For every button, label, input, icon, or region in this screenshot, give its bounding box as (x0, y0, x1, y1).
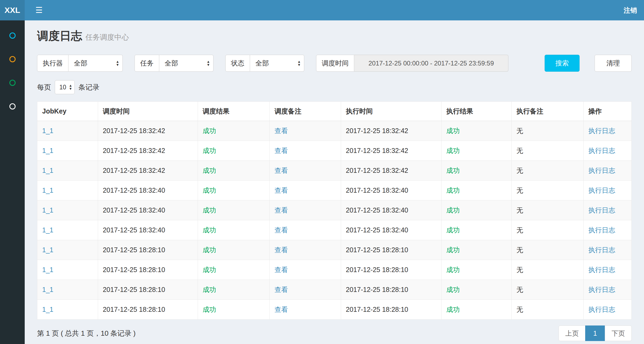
status-select[interactable]: 全部 ▲▼ (250, 55, 304, 72)
sched-remark-link[interactable]: 查看 (274, 167, 288, 174)
executor-select[interactable]: 全部 ▲▼ (68, 55, 123, 72)
exec-log-link[interactable]: 执行日志 (588, 186, 615, 194)
exec-result: 成功 (446, 246, 460, 254)
sched-time: 2017-12-25 18:28:10 (103, 266, 165, 273)
column-header: 调度时间 (98, 102, 198, 121)
executor-select-value: 全部 (74, 59, 87, 68)
sched-remark-link[interactable]: 查看 (274, 266, 288, 273)
jobkey-link[interactable]: 1_1 (42, 147, 53, 154)
logout-link[interactable]: 注销 (624, 6, 637, 15)
exec-result-cell: 成功 (441, 260, 511, 280)
sched-time: 2017-12-25 18:32:40 (103, 206, 165, 214)
jobkey-link[interactable]: 1_1 (42, 226, 53, 234)
sched-remark-link[interactable]: 查看 (274, 206, 288, 214)
jobkey-link[interactable]: 1_1 (42, 306, 53, 313)
page-size-select[interactable]: 10 ▲▼ (55, 80, 75, 94)
circle-icon (9, 32, 16, 39)
search-button[interactable]: 搜索 (545, 55, 580, 72)
table-row: 1_12017-12-25 18:32:40成功查看2017-12-25 18:… (37, 220, 632, 240)
exec-time-cell: 2017-12-25 18:32:40 (341, 181, 441, 200)
sched-result-cell: 成功 (198, 280, 270, 300)
page-subtitle: 任务调度中心 (85, 33, 129, 41)
exec-log-link[interactable]: 执行日志 (588, 127, 615, 134)
content-header: 调度日志任务调度中心 (37, 28, 632, 43)
exec-log-link[interactable]: 执行日志 (588, 286, 615, 293)
sched-remark-link-cell: 查看 (270, 141, 341, 161)
sidebar-item-4[interactable] (0, 94, 25, 118)
exec-remark-cell: 无 (511, 181, 583, 200)
current-page-button[interactable]: 1 (585, 325, 605, 341)
exec-log-link[interactable]: 执行日志 (588, 246, 615, 254)
exec-result-cell: 成功 (441, 240, 511, 260)
log-table-wrap: JobKey调度时间调度结果调度备注执行时间执行结果执行备注操作 1_12017… (37, 101, 632, 320)
clear-button[interactable]: 清理 (595, 55, 632, 72)
sched-time-cell: 2017-12-25 18:28:10 (98, 280, 198, 300)
app-logo[interactable]: XXL (0, 0, 25, 20)
sched-remark-link[interactable]: 查看 (274, 246, 288, 254)
sidebar-item-3[interactable] (0, 71, 25, 94)
exec-log-link-cell: 执行日志 (583, 260, 631, 280)
sidebar-item-2[interactable] (0, 47, 25, 71)
sched-remark-link[interactable]: 查看 (274, 186, 288, 194)
next-page-button[interactable]: 下页 (605, 325, 632, 341)
column-header: 执行时间 (341, 102, 441, 121)
sidebar-item-1[interactable] (0, 24, 25, 47)
jobkey-link[interactable]: 1_1 (42, 127, 53, 134)
exec-result-cell: 成功 (441, 300, 511, 320)
exec-log-link[interactable]: 执行日志 (588, 167, 615, 174)
exec-remark-cell: 无 (511, 220, 583, 240)
executor-filter-group: 执行器 全部 ▲▼ (37, 55, 123, 72)
sched-result: 成功 (203, 186, 216, 194)
exec-log-link[interactable]: 执行日志 (588, 147, 615, 154)
jobkey-link[interactable]: 1_1 (42, 266, 53, 273)
sched-time-cell: 2017-12-25 18:32:40 (98, 181, 198, 200)
sched-result: 成功 (203, 127, 216, 134)
exec-log-link-cell: 执行日志 (583, 181, 631, 200)
exec-remark-cell: 无 (511, 240, 583, 260)
table-row: 1_12017-12-25 18:32:40成功查看2017-12-25 18:… (37, 200, 632, 220)
job-select[interactable]: 全部 ▲▼ (159, 55, 214, 72)
column-header: 执行备注 (511, 102, 583, 121)
sched-time-cell: 2017-12-25 18:32:40 (98, 200, 198, 220)
exec-result: 成功 (446, 286, 460, 293)
jobkey-link[interactable]: 1_1 (42, 246, 53, 254)
sched-remark-link[interactable]: 查看 (274, 147, 288, 154)
sched-time-cell: 2017-12-25 18:32:42 (98, 141, 198, 161)
prev-page-button[interactable]: 上页 (559, 325, 585, 341)
status-select-value: 全部 (255, 59, 269, 68)
jobkey-link[interactable]: 1_1 (42, 167, 53, 174)
hamburger-icon[interactable]: ☰ (32, 5, 46, 16)
exec-log-link[interactable]: 执行日志 (588, 306, 615, 313)
status-filter-group: 状态 全部 ▲▼ (225, 55, 304, 72)
jobkey-link[interactable]: 1_1 (42, 206, 53, 214)
exec-log-link[interactable]: 执行日志 (588, 226, 615, 234)
time-range-input[interactable]: 2017-12-25 00:00:00 - 2017-12-25 23:59:5… (354, 55, 508, 72)
sched-time-cell: 2017-12-25 18:32:42 (98, 161, 198, 181)
circle-icon (9, 56, 16, 62)
exec-log-link[interactable]: 执行日志 (588, 266, 615, 273)
exec-log-link[interactable]: 执行日志 (588, 206, 615, 214)
sched-remark-link[interactable]: 查看 (274, 127, 288, 134)
exec-time: 2017-12-25 18:32:42 (346, 167, 408, 174)
status-filter-label: 状态 (225, 55, 250, 72)
exec-time-cell: 2017-12-25 18:32:40 (341, 220, 441, 240)
sched-time-cell: 2017-12-25 18:28:10 (98, 240, 198, 260)
exec-time-cell: 2017-12-25 18:28:10 (341, 280, 441, 300)
exec-time: 2017-12-25 18:28:10 (346, 306, 408, 313)
sched-time: 2017-12-25 18:32:40 (103, 226, 165, 234)
exec-result-cell: 成功 (441, 280, 511, 300)
sched-remark-link[interactable]: 查看 (274, 286, 288, 293)
sched-result-cell: 成功 (198, 300, 270, 320)
exec-remark: 无 (516, 147, 523, 154)
table-row: 1_12017-12-25 18:32:42成功查看2017-12-25 18:… (37, 121, 632, 141)
sched-remark-link-cell: 查看 (270, 220, 341, 240)
page-layout: 调度日志任务调度中心 执行器 全部 ▲▼ 任务 全部 ▲▼ 状态 (0, 20, 644, 344)
jobkey-link[interactable]: 1_1 (42, 186, 53, 194)
sched-remark-link[interactable]: 查看 (274, 306, 288, 313)
exec-result: 成功 (446, 226, 460, 234)
exec-result-cell: 成功 (441, 121, 511, 141)
jobkey-link[interactable]: 1_1 (42, 286, 53, 293)
job-filter-group: 任务 全部 ▲▼ (135, 55, 214, 72)
table-body: 1_12017-12-25 18:32:42成功查看2017-12-25 18:… (37, 121, 632, 320)
sched-remark-link[interactable]: 查看 (274, 226, 288, 234)
